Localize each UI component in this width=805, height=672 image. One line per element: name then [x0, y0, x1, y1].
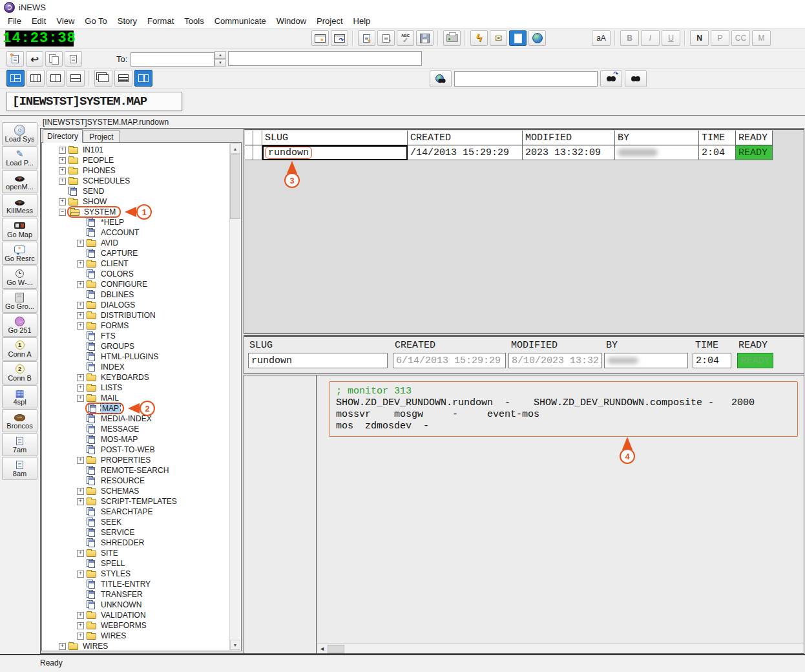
story-page-button[interactable] — [509, 30, 527, 46]
tree-item-wires[interactable]: +WIRES — [42, 631, 230, 641]
format-m-button[interactable]: M — [752, 30, 771, 46]
tree-item-in101[interactable]: +IN101 — [42, 145, 230, 155]
expand-toggle-icon[interactable]: + — [77, 302, 84, 309]
expand-toggle-icon[interactable]: + — [77, 374, 84, 381]
tree-item-distribution[interactable]: +DISTRIBUTION — [42, 310, 230, 320]
expand-toggle-icon[interactable]: + — [77, 281, 84, 288]
rail-button-openm-[interactable]: openM... — [2, 170, 37, 193]
menu-help[interactable]: Help — [348, 15, 376, 27]
expand-toggle-icon[interactable]: + — [59, 198, 66, 205]
tree-item-resource[interactable]: RESOURCE — [42, 476, 230, 486]
tree-item-keyboards[interactable]: +KEYBOARDS — [42, 372, 230, 383]
expand-toggle-icon[interactable]: + — [59, 167, 66, 174]
menu-project[interactable]: Project — [311, 15, 348, 27]
cell-modified[interactable]: 2023 13:32:09 — [523, 145, 615, 160]
spellcheck-button[interactable]: ABC✓ — [397, 30, 414, 46]
story-horizontal-scrollbar[interactable]: ◄ — [317, 644, 804, 653]
rail-button-go-gro-[interactable]: Go Gro... — [2, 289, 37, 313]
tab-directory[interactable]: Directory — [43, 129, 83, 143]
preferences-window-button[interactable] — [311, 30, 329, 46]
format-p-button[interactable]: P — [711, 30, 729, 46]
queue-table-row[interactable]: rundown /14/2013 15:29:29 2023 13:32:09 … — [245, 145, 773, 160]
menu-go-to[interactable]: Go To — [79, 15, 112, 27]
tree-item-properties[interactable]: +PROPERTIES — [42, 455, 230, 465]
column-header-created[interactable]: CREATED — [408, 131, 523, 145]
search-input[interactable] — [454, 71, 598, 87]
tree-item-styles[interactable]: +STYLES — [42, 569, 230, 579]
tree-item-unknown[interactable]: UNKNOWN — [42, 600, 230, 610]
scrollbar-thumb[interactable] — [230, 154, 240, 219]
tree-item-forms[interactable]: +FORMS — [42, 320, 230, 331]
expand-toggle-icon[interactable]: + — [59, 147, 66, 154]
tree-item-mos-map[interactable]: MOS-MAP — [42, 434, 230, 445]
menu-communicate[interactable]: Communicate — [209, 15, 271, 27]
tree-item-capture[interactable]: CAPTURE — [42, 248, 230, 258]
menu-file[interactable]: File — [3, 15, 26, 27]
tree-item-dialogs[interactable]: +DIALOGS — [42, 300, 230, 310]
column-header-by[interactable]: BY — [615, 131, 699, 145]
tree-item-client[interactable]: +CLIENT — [42, 258, 230, 269]
layout-rows-button[interactable] — [67, 70, 85, 87]
new-story-button[interactable]: ✻ — [6, 51, 24, 67]
tree-item-seek[interactable]: SEEK — [42, 517, 230, 527]
expand-toggle-icon[interactable]: + — [77, 571, 84, 578]
cell-time[interactable]: 2:04 — [699, 145, 736, 160]
tree-item-avid[interactable]: +AVID — [42, 238, 230, 248]
tree-item-mail[interactable]: +MAIL — [42, 393, 230, 403]
menu-window[interactable]: Window — [271, 15, 311, 27]
tree-item-map[interactable]: MAP2 — [42, 403, 230, 414]
rail-button-broncos[interactable]: Broncos — [2, 409, 37, 432]
tree-item-dblines[interactable]: DBLINES — [42, 289, 230, 300]
find-button[interactable] — [625, 70, 647, 87]
tree-item-show[interactable]: +SHOW — [42, 196, 230, 207]
expand-toggle-icon[interactable]: + — [77, 612, 84, 619]
tree-item-colors[interactable]: COLORS — [42, 269, 230, 279]
expand-toggle-icon[interactable]: + — [59, 178, 66, 185]
expand-toggle-icon[interactable]: + — [77, 395, 84, 402]
rail-button-go-resrc[interactable]: Go Resrc — [2, 242, 37, 265]
expand-toggle-icon[interactable]: + — [77, 633, 84, 640]
search-scope-button[interactable] — [430, 70, 452, 87]
undo-button[interactable]: ↩ — [26, 51, 43, 67]
cell-created[interactable]: /14/2013 15:29:29 — [408, 145, 523, 160]
tree-item-phones[interactable]: +PHONES — [42, 165, 230, 176]
tab-project[interactable]: Project — [83, 131, 120, 142]
rail-button-go-251[interactable]: →Go 251 — [2, 313, 37, 337]
spinner-down-icon[interactable]: ▼ — [214, 59, 226, 67]
rail-button-go-map[interactable]: Go Map — [2, 218, 37, 241]
menu-story[interactable]: Story — [112, 15, 142, 27]
tree-item-script-templates[interactable]: +SCRIPT-TEMPLATES — [42, 496, 230, 507]
destination-field[interactable] — [228, 51, 422, 66]
layout-main-button[interactable] — [6, 70, 25, 87]
tree-item-groups[interactable]: GROUPS — [42, 341, 230, 352]
rail-button-load-p-[interactable]: ✎Load P... — [2, 146, 37, 169]
row-marker-cell[interactable] — [253, 145, 262, 160]
find-next-button[interactable]: ↷ — [600, 70, 622, 87]
format-cc-button[interactable]: CC — [731, 30, 750, 46]
layout-3col-button[interactable] — [26, 70, 45, 87]
tree-item-service[interactable]: SERVICE — [42, 527, 230, 538]
expand-toggle-icon[interactable]: + — [77, 622, 84, 629]
cell-ready[interactable]: READY — [736, 145, 773, 160]
story-lock-button[interactable]: ▪ — [377, 30, 395, 46]
copy-story-button[interactable] — [45, 51, 63, 67]
format-u-button[interactable]: U — [662, 30, 680, 46]
save-button[interactable] — [416, 30, 434, 46]
tree-item-spell[interactable]: SPELL — [42, 558, 230, 569]
menu-view[interactable]: View — [51, 15, 79, 27]
menu-format[interactable]: Format — [142, 15, 179, 27]
expand-toggle-icon[interactable]: + — [59, 157, 66, 164]
detail-ready-badge[interactable]: READY — [737, 353, 773, 368]
column-header-ready[interactable]: READY — [736, 131, 773, 145]
rail-button-7am[interactable]: 7am — [2, 433, 37, 456]
tree-item-wires[interactable]: +WIRES — [42, 641, 230, 651]
cell-by[interactable] — [615, 145, 699, 160]
to-spinner[interactable]: ▲ ▼ — [214, 51, 226, 67]
tree-item-schedules[interactable]: +SCHEDULES — [42, 176, 230, 186]
tree-item-index[interactable]: INDEX — [42, 362, 230, 372]
tree-item-lists[interactable]: +LISTS — [42, 383, 230, 393]
tree-item-media-index[interactable]: MEDIA-INDEX — [42, 414, 230, 424]
expand-toggle-icon[interactable]: − — [59, 209, 66, 216]
layout-2pane-button[interactable] — [134, 70, 152, 87]
expand-toggle-icon[interactable]: + — [77, 240, 84, 247]
